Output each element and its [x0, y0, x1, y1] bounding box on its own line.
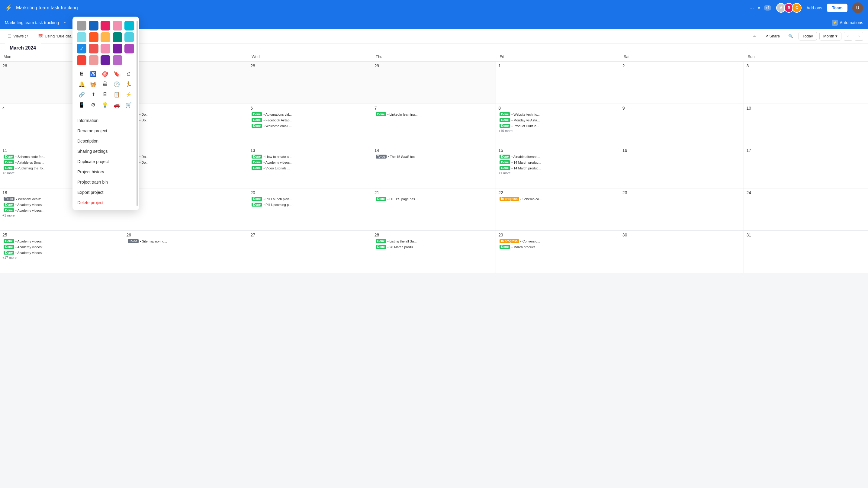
calendar-cell-w3d5[interactable]: 23 [620, 188, 744, 231]
task-item[interactable]: Done• Monday vs Airta... [498, 118, 617, 123]
task-item[interactable]: To do• The 15 SaaS foc... [374, 154, 494, 159]
task-item[interactable]: Done• Video tutorials ... [250, 165, 369, 171]
calendar-cell-w1d2[interactable]: 6Done• Automations vid...Done• Facebook … [248, 104, 372, 146]
color-swatch-18[interactable] [113, 55, 122, 65]
icon-option-5[interactable]: 🔔 [77, 80, 86, 89]
color-swatch-15[interactable] [77, 55, 86, 65]
calendar-cell-w2d5[interactable]: 16 [620, 146, 744, 188]
color-swatch-11[interactable] [89, 44, 98, 54]
today-button[interactable]: Today [799, 32, 817, 40]
icon-option-7[interactable]: 🏛 [100, 80, 110, 89]
calendar-cell-w0d4[interactable]: 1 [496, 62, 620, 104]
task-item[interactable]: Done• HTTPS page has... [374, 196, 494, 202]
more-tasks-link[interactable]: +17 more [2, 256, 121, 260]
sub-nav-dots[interactable]: ··· [64, 20, 68, 25]
task-item[interactable]: Done• 14 March produc... [498, 160, 617, 165]
task-item[interactable]: Done• Welcome email ... [250, 123, 369, 128]
task-item[interactable]: Done• Product Hunt la... [498, 123, 617, 128]
task-item[interactable]: Done• Academy videos:... [250, 160, 369, 165]
menu-item-project-trash-bin[interactable]: Project trash bin [72, 177, 139, 187]
calendar-cell-w4d0[interactable]: 25Done• Academy videos:...Done• Academy … [0, 231, 124, 273]
icon-option-9[interactable]: 🏃 [124, 80, 133, 89]
more-tasks-link[interactable]: +10 more [498, 129, 617, 132]
color-swatch-16[interactable] [89, 55, 98, 65]
title-menu-dots[interactable]: ··· [750, 5, 754, 11]
icon-option-17[interactable]: 💡 [100, 100, 110, 110]
task-item[interactable]: Done• Do... [127, 118, 246, 123]
icon-option-1[interactable]: ♿ [89, 69, 98, 79]
calendar-cell-w4d1[interactable]: 26To do• Sitemap no-ind... [124, 231, 248, 273]
calendar-cell-w0d2[interactable]: 28 [248, 62, 372, 104]
calendar-cell-w1d1[interactable]: 5Done• Do...Done• Do... [124, 104, 248, 146]
color-swatch-0[interactable] [77, 21, 86, 30]
task-item[interactable]: Done• Academy videos:... [2, 250, 121, 255]
calendar-cell-w4d4[interactable]: 29In progress• Conversio...Done• March p… [496, 231, 620, 273]
calendar-cell-w0d3[interactable]: 29 [372, 62, 496, 104]
calendar-cell-w3d4[interactable]: 22In progress• Schema co... [496, 188, 620, 231]
user-avatar[interactable]: U [852, 2, 863, 13]
task-item[interactable]: Done• Facebook Airtab... [250, 118, 369, 123]
team-button[interactable]: Team [827, 4, 847, 12]
calendar-cell-w1d5[interactable]: 9 [620, 104, 744, 146]
menu-item-information[interactable]: Information [72, 115, 139, 126]
task-item[interactable]: Done• Listing the all Sa... [374, 239, 494, 244]
color-swatch-7[interactable] [100, 32, 110, 42]
calendar-cell-w4d5[interactable]: 30 [620, 231, 744, 273]
icon-option-16[interactable]: ⚙ [89, 100, 98, 110]
color-swatch-6[interactable] [89, 32, 98, 42]
calendar-cell-w1d4[interactable]: 8Done• Website technic...Done• Monday vs… [496, 104, 620, 146]
color-swatch-12[interactable] [100, 44, 110, 54]
task-item[interactable]: Done• PH Launch plan... [250, 196, 369, 202]
calendar-cell-w3d3[interactable]: 21Done• HTTPS page has... [372, 188, 496, 231]
calendar-cell-w2d1[interactable]: 12Done• Do...Done• Do... [124, 146, 248, 188]
calendar-cell-w1d3[interactable]: 7Done• LinkedIn learning... [372, 104, 496, 146]
calendar-cell-w1d6[interactable]: 10 [744, 104, 868, 146]
color-swatch-4[interactable] [124, 21, 134, 30]
task-item[interactable]: Done• March product ... [498, 244, 617, 249]
share-button[interactable]: ↗ Share [762, 32, 783, 40]
task-item[interactable]: Done• Do... [127, 112, 246, 117]
next-month-button[interactable]: › [855, 32, 863, 41]
calendar-cell-w3d2[interactable]: 20Done• PH Launch plan...Done• PH Upcomi… [248, 188, 372, 231]
color-swatch-1[interactable] [89, 21, 98, 30]
icon-option-14[interactable]: ⚡ [124, 90, 133, 99]
color-swatch-17[interactable] [100, 55, 110, 65]
using-due-button[interactable]: 📅 Using "Due dat... [35, 32, 77, 40]
month-button[interactable]: Month ▾ [819, 32, 841, 40]
menu-item-sharing-settings[interactable]: Sharing settings [72, 146, 139, 156]
icon-option-8[interactable]: 🕐 [112, 80, 121, 89]
menu-item-duplicate-project[interactable]: Duplicate project [72, 156, 139, 167]
calendar-cell-w2d2[interactable]: 13Done• How to create a ...Done• Academy… [248, 146, 372, 188]
views-button[interactable]: ☰ Views (7) [5, 32, 33, 40]
task-item[interactable]: In progress• Schema co... [498, 196, 617, 202]
icon-option-19[interactable]: 🛒 [124, 100, 133, 110]
color-swatch-13[interactable] [113, 44, 122, 54]
task-item[interactable]: Done• Airtable alternati... [498, 154, 617, 159]
icon-option-2[interactable]: 🎯 [100, 69, 110, 79]
icon-option-18[interactable]: 🚗 [112, 100, 121, 110]
more-tasks-link[interactable]: +1 more [2, 214, 121, 217]
color-swatch-10[interactable]: ✓ [77, 44, 86, 54]
color-swatch-8[interactable] [113, 32, 122, 42]
automations-button[interactable]: ⚡ Automations [832, 20, 863, 26]
task-item[interactable]: To do• Sitemap no-ind... [127, 239, 246, 244]
menu-item-delete-project[interactable]: Delete project [72, 197, 139, 208]
menu-item-rename-project[interactable]: Rename project [72, 126, 139, 136]
calendar-cell-w4d6[interactable]: 31 [744, 231, 868, 273]
color-swatch-9[interactable] [124, 32, 134, 42]
icon-option-12[interactable]: 🖥 [100, 90, 110, 99]
icon-option-13[interactable]: 📋 [112, 90, 121, 99]
task-item[interactable]: Done• Website technic... [498, 112, 617, 117]
icon-option-3[interactable]: 🔖 [112, 69, 121, 79]
icon-option-11[interactable]: ✝ [89, 90, 98, 99]
title-chevron-icon[interactable]: ▾ [758, 5, 760, 11]
calendar-cell-w3d6[interactable]: 24 [744, 188, 868, 231]
task-item[interactable]: Done• 28 March produ... [374, 244, 494, 249]
task-item[interactable]: Done• 14 March produc... [498, 165, 617, 171]
task-item[interactable]: Done• Automations vid... [250, 112, 369, 117]
icon-option-15[interactable]: 📱 [77, 100, 86, 110]
prev-month-button[interactable]: ‹ [844, 32, 852, 41]
task-item[interactable]: Done• LinkedIn learning... [374, 112, 494, 117]
menu-item-project-history[interactable]: Project history [72, 167, 139, 177]
calendar-cell-w4d2[interactable]: 27 [248, 231, 372, 273]
